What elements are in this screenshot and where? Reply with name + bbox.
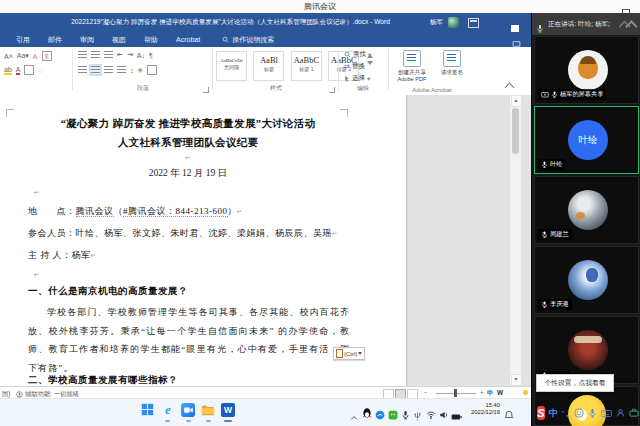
active-indicator — [224, 420, 232, 422]
tell-me-search[interactable]: 操作说明搜索 — [222, 35, 274, 45]
doc-paragraph-1: 学校各部门、学校教师管理学生等各司其事、各尽其能、校内百花齐放、校外桃李芬芳。秉… — [28, 303, 350, 377]
usb-tray-icon[interactable] — [413, 407, 422, 425]
doc-date: 2022 年 12 月 19 日 — [28, 167, 348, 180]
battery-icon[interactable] — [451, 407, 462, 425]
paragraph-dialog-launcher-icon[interactable] — [203, 87, 209, 93]
ime-chinese-mode-icon[interactable]: 中 — [549, 407, 558, 420]
avatar — [568, 260, 608, 300]
style-title[interactable]: AaBl 标题 — [253, 51, 284, 81]
document-page[interactable]: “凝心聚力 踔厉奋发 推进学校高质量发展”大讨论活动 人文社科系管理团队会议纪要… — [0, 95, 406, 386]
avatar — [568, 330, 608, 370]
mic-muted-icon — [541, 231, 548, 238]
zoom-in-icon[interactable]: + — [480, 389, 484, 396]
font-group-icons-row1[interactable]: A˄Aa▾A文 — [4, 51, 52, 61]
ribbon-tab-bar: 引用 邮件 审阅 视图 帮助 Acrobat 操作说明搜索 — [0, 32, 531, 47]
tab-view[interactable]: 视图 — [112, 35, 126, 45]
running-indicator — [165, 420, 170, 422]
paragraph-group-icons-row1[interactable]: ⇤⇥ A↓ ¶ — [78, 51, 153, 59]
account-avatar[interactable] — [448, 17, 459, 28]
zoom-out-icon[interactable]: − — [424, 389, 428, 396]
zoom-slider-knob[interactable] — [454, 389, 457, 397]
ribbon-display-options-icon[interactable] — [468, 18, 479, 28]
voice-input-icon[interactable] — [588, 408, 597, 418]
wechat-tray-icon[interactable] — [388, 406, 398, 424]
ribbon: A˄Aa▾A文 abA◌ ⇤⇥ A↓ ¶ ↕◈ 段落 — [0, 47, 531, 96]
adobe-pdf-icon — [403, 50, 421, 67]
tab-mailings[interactable]: 邮件 — [48, 35, 62, 45]
scrollbar-thumb[interactable] — [512, 108, 519, 154]
notification-bell-icon[interactable] — [504, 406, 514, 424]
microphone-tray-icon[interactable] — [401, 406, 410, 424]
pilcrow-icon[interactable]: ¶ — [149, 52, 153, 59]
sogou-logo-icon[interactable]: S — [537, 406, 545, 420]
paragraph-group-icons-row2[interactable]: ↕◈ — [78, 65, 157, 75]
style-no-spacing[interactable]: AaBbCcDc 无间隔 — [216, 51, 247, 81]
doc-location-line: 地 点：腾讯会议（#腾讯会议：844-213-600）↵ — [28, 205, 358, 218]
styles-dialog-launcher-icon[interactable] — [329, 87, 335, 93]
sogou-mini-icon[interactable]: W — [497, 389, 503, 396]
tell-me-label: 操作说明搜索 — [232, 35, 274, 45]
signature-icon — [443, 50, 461, 67]
keyboard-icon[interactable] — [601, 409, 612, 418]
tab-acrobat[interactable]: Acrobat — [176, 36, 200, 43]
punctuation-mode-icon[interactable]: ’， — [562, 408, 570, 419]
request-signatures-button[interactable]: 请求签名 — [432, 50, 472, 76]
blue-app-tray-icon[interactable] — [375, 406, 385, 424]
styles-group-label: 样式 — [216, 84, 336, 93]
paste-options-button[interactable]: (Ctrl) — [333, 347, 365, 360]
file-explorer-icon[interactable] — [201, 403, 215, 417]
word-taskbar-icon[interactable]: W — [221, 403, 235, 417]
accessibility-icon — [16, 391, 23, 398]
speaking-banner: 正在讲话: 叶绘; 杨军; — [532, 13, 640, 35]
tile-label: 杨军的屏幕共享 — [538, 89, 606, 100]
sort-icon[interactable]: A↓ — [137, 52, 145, 59]
tab-review[interactable]: 审阅 — [80, 35, 94, 45]
scroll-up-icon[interactable] — [511, 95, 522, 107]
sogou-dot-icon — [523, 390, 528, 395]
speaker-icon[interactable] — [439, 406, 449, 424]
tencent-meeting-icon[interactable] — [181, 403, 195, 417]
video-tile-zhoujianlan[interactable]: 周建兰 — [534, 176, 639, 244]
tab-references[interactable]: 引用 — [16, 35, 30, 45]
video-tile-yangjun-share[interactable]: 杨军的屏幕共享 — [534, 36, 639, 104]
doc-heading-2: 二、学校高质量发展有哪些指标？ — [28, 374, 178, 386]
tab-help[interactable]: 帮助 — [144, 35, 158, 45]
find-icon — [344, 51, 351, 58]
avatar — [568, 190, 608, 230]
paragraph-group-label: 段落 — [78, 84, 208, 93]
video-tile-liqingzun[interactable]: 李庆遵 — [534, 246, 639, 314]
replace-button[interactable]: ⇄ 替换 — [344, 62, 365, 71]
collapse-ribbon-icon[interactable] — [505, 83, 515, 93]
editing-group-label: 编辑 — [340, 84, 386, 93]
toolbox-icon[interactable] — [629, 408, 639, 418]
create-share-pdf-button[interactable]: 创建并共享 Adobe PDF — [392, 50, 432, 82]
select-cursor-icon — [344, 75, 350, 82]
sogou-tooltip: 个性设置，点我看看 — [536, 374, 614, 392]
meeting-id-link[interactable]: #腾讯会议：844-213-600 — [123, 206, 228, 217]
clock[interactable]: 15:40 2022/12/19 — [462, 402, 500, 416]
doc-heading-1: 一、什么是南京机电的高质量发展？ — [28, 285, 188, 298]
find-button[interactable]: 查找▾ — [344, 50, 371, 59]
font-group-icons-row2[interactable]: abA◌ — [4, 65, 43, 75]
meeting-sidebar: 正在讲话: 叶绘; 杨军; 杨军的屏幕共享 叶绘 叶绘 — [531, 13, 640, 426]
wifi-icon[interactable] — [426, 406, 436, 424]
meeting-link[interactable]: 腾讯会议 — [76, 206, 114, 217]
start-button[interactable] — [141, 403, 155, 417]
screen: 腾讯会议 20221219“凝心聚力 踔厉奋发 推进学校高质量发展”大讨论活动（… — [0, 0, 640, 426]
internet-explorer-icon[interactable]: e — [161, 403, 175, 417]
tray-expand-icon[interactable] — [350, 407, 358, 425]
style-heading1[interactable]: AaBbC 标题 1 — [291, 51, 322, 81]
meeting-window-titlebar: 腾讯会议 — [0, 0, 640, 14]
word-account-name[interactable]: 杨军 — [430, 18, 443, 27]
emoji-icon[interactable] — [574, 408, 584, 418]
skin-person-icon[interactable] — [616, 408, 625, 418]
return-mark: ↵ — [34, 271, 39, 279]
return-mark: ↵ — [34, 189, 39, 197]
qq-tray-icon[interactable] — [362, 405, 372, 423]
select-button[interactable]: 选择▾ — [344, 74, 370, 83]
ime-mode-indicator[interactable]: 中 — [487, 389, 494, 398]
vertical-scrollbar[interactable] — [509, 95, 521, 386]
scroll-down-icon[interactable] — [511, 374, 522, 386]
text-boundary-mark — [340, 109, 348, 117]
video-tile-yehui[interactable]: 叶绘 叶绘 — [534, 106, 639, 174]
